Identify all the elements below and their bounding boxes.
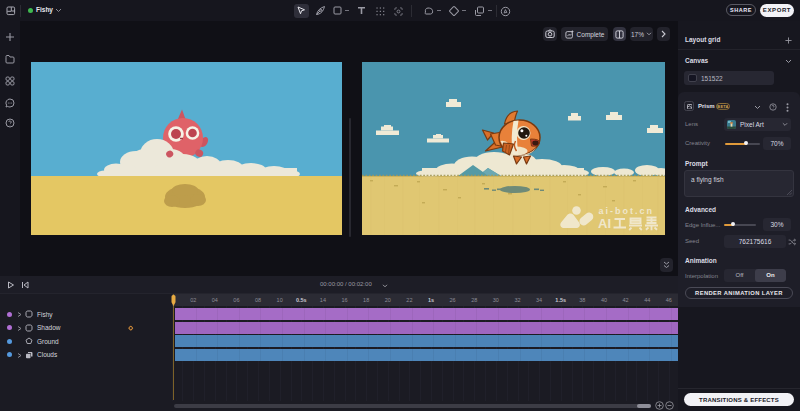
svg-text:ai-bot.cn: ai-bot.cn — [598, 206, 654, 216]
svg-text:BETA: BETA — [717, 104, 728, 109]
svg-text:AI: AI — [598, 216, 611, 231]
